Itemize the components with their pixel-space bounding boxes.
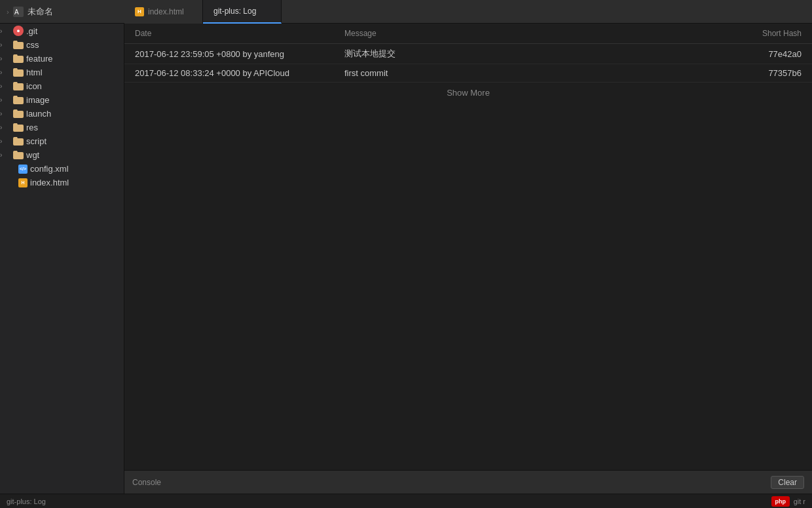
- tab-index-html[interactable]: H index.html: [124, 0, 203, 24]
- sidebar-item-index-html-label: index.html: [30, 178, 69, 187]
- arrow-icon: ›: [0, 41, 10, 49]
- html-tab-icon: H: [135, 7, 144, 16]
- folder-icon: [13, 123, 24, 132]
- arrow-icon: ›: [0, 83, 10, 90]
- chevron-icon: ›: [7, 8, 9, 16]
- svg-text:A: A: [14, 9, 19, 16]
- folder-icon: [13, 68, 24, 77]
- git-icon: ●: [13, 26, 24, 36]
- folder-icon: [13, 54, 24, 63]
- sidebar-item-css[interactable]: › css: [0, 38, 124, 52]
- sidebar-item-script-label: script: [26, 136, 46, 146]
- xml-file-icon: </>: [18, 165, 28, 174]
- show-more-label: Show More: [447, 88, 490, 98]
- log-date-1: 2017-06-12 23:59:05 +0800 by yanfeng: [135, 49, 344, 59]
- sidebar-item-css-label: css: [26, 40, 39, 50]
- arrow-icon: ›: [0, 69, 10, 76]
- log-date-2: 2017-06-12 08:33:24 +0000 by APICloud: [135, 68, 344, 78]
- sidebar-item-res-label: res: [26, 123, 38, 132]
- col-message-header: Message: [344, 29, 723, 38]
- col-hash-header: Short Hash: [723, 29, 802, 38]
- tabs-area: H index.html git-plus: Log: [124, 0, 812, 24]
- sidebar-item-image[interactable]: › image: [0, 93, 124, 107]
- sidebar-item-git[interactable]: › ● .git: [0, 24, 124, 38]
- arrow-icon: ›: [0, 138, 10, 145]
- sidebar-item-wgt-label: wgt: [26, 150, 39, 160]
- arrow-icon: ›: [0, 124, 10, 131]
- sidebar-item-html-label: html: [26, 68, 43, 77]
- log-table-header: Date Message Short Hash: [124, 24, 812, 44]
- sidebar-item-feature-label: feature: [26, 54, 52, 64]
- git-status-label: git r: [794, 498, 805, 505]
- project-title: 未命名: [28, 6, 53, 18]
- sidebar-item-html[interactable]: › html: [0, 66, 124, 79]
- sidebar-item-git-label: .git: [26, 26, 37, 36]
- log-panel: Date Message Short Hash 2017-06-12 23:59…: [124, 24, 812, 470]
- php-badge: php: [771, 496, 790, 507]
- arrow-icon: ›: [0, 55, 10, 62]
- arrow-icon: ›: [0, 96, 10, 104]
- console-label: Console: [132, 478, 161, 487]
- folder-icon: [13, 109, 24, 118]
- sidebar-item-icon[interactable]: › icon: [0, 79, 124, 93]
- table-row[interactable]: 2017-06-12 08:33:24 +0000 by APICloud fi…: [124, 64, 812, 83]
- log-message-1: 测试本地提交: [344, 48, 723, 60]
- folder-icon: [13, 137, 24, 146]
- html-file-icon: H: [18, 178, 28, 187]
- arrow-icon: ›: [0, 110, 10, 117]
- sidebar-item-config-xml-label: config.xml: [30, 164, 69, 174]
- status-left-label: git-plus: Log: [7, 498, 46, 505]
- tab-git-log-label: git-plus: Log: [213, 7, 256, 16]
- sidebar-item-wgt[interactable]: › wgt: [0, 148, 124, 162]
- sidebar-item-icon-label: icon: [26, 81, 42, 91]
- clear-button[interactable]: Clear: [771, 476, 804, 489]
- sidebar-item-feature[interactable]: › feature: [0, 52, 124, 66]
- main-layout: › ● .git › css › feature › html: [0, 24, 812, 494]
- col-date-header: Date: [135, 29, 344, 38]
- folder-icon: [13, 151, 24, 159]
- sidebar-item-index-html[interactable]: H index.html: [0, 176, 124, 189]
- log-message-2: first commit: [344, 68, 723, 78]
- sidebar-item-image-label: image: [26, 95, 49, 105]
- arrow-icon: ›: [0, 28, 10, 35]
- sidebar-item-res[interactable]: › res: [0, 121, 124, 134]
- sidebar-item-launch-label: launch: [26, 109, 51, 119]
- show-more-button[interactable]: Show More: [124, 83, 812, 103]
- folder-icon: [13, 96, 24, 104]
- status-bar: git-plus: Log php git r: [0, 494, 812, 508]
- bottom-bar: Console Clear: [124, 470, 812, 494]
- titlebar-left: › A 未命名: [0, 6, 124, 18]
- status-right: php git r: [771, 496, 805, 507]
- log-hash-2: 77357b6: [723, 68, 802, 78]
- app-icon: A: [13, 7, 24, 17]
- tab-git-log[interactable]: git-plus: Log: [203, 0, 282, 24]
- sidebar-item-launch[interactable]: › launch: [0, 107, 124, 121]
- folder-icon: [13, 82, 24, 90]
- content-area: Date Message Short Hash 2017-06-12 23:59…: [124, 24, 812, 494]
- titlebar: › A 未命名 H index.html git-plus: Log: [0, 0, 812, 24]
- table-row[interactable]: 2017-06-12 23:59:05 +0800 by yanfeng 测试本…: [124, 44, 812, 64]
- tab-index-html-label: index.html: [148, 7, 184, 16]
- sidebar-item-script[interactable]: › script: [0, 134, 124, 148]
- sidebar: › ● .git › css › feature › html: [0, 24, 124, 494]
- sidebar-item-config-xml[interactable]: </> config.xml: [0, 162, 124, 176]
- log-hash-1: 77e42a0: [723, 49, 802, 59]
- arrow-icon: ›: [0, 151, 10, 159]
- folder-icon: [13, 41, 24, 49]
